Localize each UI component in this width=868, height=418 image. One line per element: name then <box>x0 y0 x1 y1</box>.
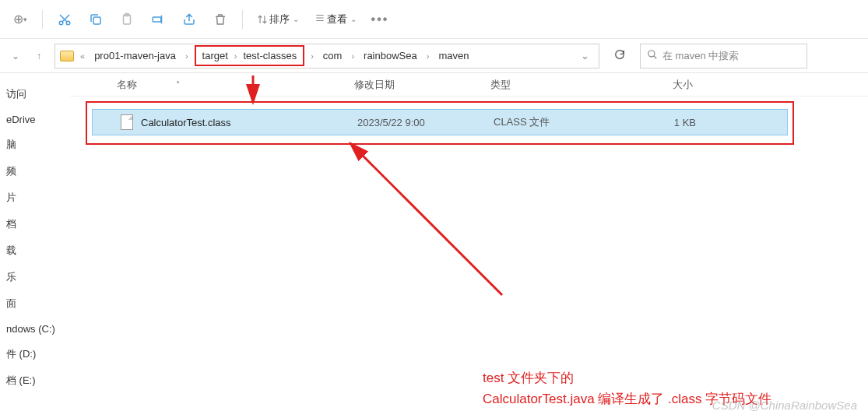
search-placeholder: 在 maven 中搜索 <box>662 49 739 63</box>
breadcrumb-item[interactable]: test-classes <box>241 48 300 63</box>
chevron-right-icon: › <box>348 51 357 61</box>
content-area: 名称 ˄ 修改日期 类型 大小 CalculatorTest.class 202… <box>70 73 868 418</box>
sort-button[interactable]: 排序 ⌄ <box>252 12 304 26</box>
separator <box>242 10 243 29</box>
chevron-right-icon: › <box>423 51 433 61</box>
file-icon <box>121 114 133 130</box>
chevron-right-icon: › <box>182 51 192 61</box>
breadcrumb-item[interactable]: target <box>199 48 231 63</box>
chevron-right-icon: › <box>307 51 317 61</box>
breadcrumb[interactable]: « pro01-maven-java › target › test-class… <box>54 44 599 68</box>
svg-rect-2 <box>93 17 100 24</box>
chevron-right-icon: › <box>231 51 241 61</box>
col-name-label: 名称 <box>117 78 137 92</box>
cut-button[interactable] <box>52 7 77 32</box>
highlight-box: target › test-classes <box>195 45 305 66</box>
sidebar-item[interactable]: 面 <box>6 297 70 311</box>
column-headers: 名称 ˄ 修改日期 类型 大小 <box>70 73 868 97</box>
view-label: 查看 <box>327 12 347 26</box>
sidebar-item[interactable]: 件 (D:) <box>6 347 70 361</box>
annotation-line: test 文件夹下的 <box>483 367 771 388</box>
breadcrumb-dropdown[interactable]: ⌄ <box>576 50 594 61</box>
delete-button[interactable] <box>208 7 233 32</box>
svg-line-8 <box>350 143 502 295</box>
more-button[interactable]: ••• <box>367 7 392 32</box>
col-name-header[interactable]: 名称 ˄ <box>117 78 354 92</box>
view-icon <box>315 12 325 26</box>
file-name: CalculatorTest.class <box>141 117 357 128</box>
sidebar-item[interactable]: 档 <box>6 217 70 231</box>
main: 访问 eDrive 脑 频 片 档 载 乐 面 ndows (C:) 件 (D:… <box>0 73 868 418</box>
sidebar-item[interactable]: 脑 <box>6 138 70 152</box>
svg-point-6 <box>648 51 655 57</box>
history-dropdown[interactable]: ⌄ <box>8 48 23 64</box>
sidebar-item[interactable]: 载 <box>6 244 70 258</box>
col-date-header[interactable]: 修改日期 <box>354 78 490 92</box>
search-icon <box>647 49 658 62</box>
col-size-header[interactable]: 大小 <box>615 78 693 92</box>
view-button[interactable]: 查看 ⌄ <box>310 12 361 26</box>
file-type: CLASS 文件 <box>494 115 618 129</box>
sidebar-item[interactable]: 频 <box>6 164 70 178</box>
search-input[interactable]: 在 maven 中搜索 <box>640 44 807 68</box>
file-size: 1 KB <box>618 117 696 128</box>
col-type-header[interactable]: 类型 <box>490 78 615 92</box>
share-button[interactable] <box>177 7 202 32</box>
sort-label: 排序 <box>269 12 290 26</box>
breadcrumb-item[interactable]: com <box>320 48 346 63</box>
rename-button[interactable] <box>146 7 170 32</box>
paste-button[interactable] <box>114 7 139 32</box>
refresh-button[interactable] <box>607 48 632 63</box>
nav-row: ⌄ ↑ « pro01-maven-java › target › test-c… <box>0 39 868 73</box>
svg-rect-5 <box>153 17 161 22</box>
sidebar: 访问 eDrive 脑 频 片 档 载 乐 面 ndows (C:) 件 (D:… <box>0 73 70 418</box>
up-button[interactable]: ↑ <box>31 48 47 64</box>
highlight-box: CalculatorTest.class 2023/5/22 9:00 CLAS… <box>86 101 794 145</box>
overflow-icon[interactable]: « <box>77 51 88 61</box>
breadcrumb-item[interactable]: pro01-maven-java <box>91 48 179 63</box>
chevron-down-icon: ⌄ <box>350 15 357 23</box>
separator <box>42 10 43 29</box>
watermark: CSDN @ChinaRainbowSea <box>712 399 857 412</box>
toolbar: ⊕▾ 排序 ⌄ 查看 ⌄ ••• <box>0 0 868 39</box>
copy-button[interactable] <box>83 7 108 32</box>
sort-asc-icon: ˄ <box>176 80 180 89</box>
sidebar-item[interactable]: 访问 <box>6 87 70 101</box>
folder-icon <box>60 51 74 61</box>
file-date: 2023/5/22 9:00 <box>357 117 494 128</box>
breadcrumb-item[interactable]: maven <box>435 48 472 63</box>
sidebar-item[interactable]: 档 (E:) <box>6 374 70 388</box>
sidebar-item[interactable]: 乐 <box>6 270 70 284</box>
sidebar-item[interactable]: eDrive <box>6 114 70 125</box>
breadcrumb-item[interactable]: rainbowSea <box>360 48 420 63</box>
file-row[interactable]: CalculatorTest.class 2023/5/22 9:00 CLAS… <box>92 109 788 135</box>
new-button[interactable]: ⊕▾ <box>8 7 33 32</box>
chevron-down-icon: ⌄ <box>293 15 299 23</box>
sidebar-item[interactable]: ndows (C:) <box>6 323 70 335</box>
sidebar-item[interactable]: 片 <box>6 191 70 205</box>
sort-icon <box>257 14 268 25</box>
